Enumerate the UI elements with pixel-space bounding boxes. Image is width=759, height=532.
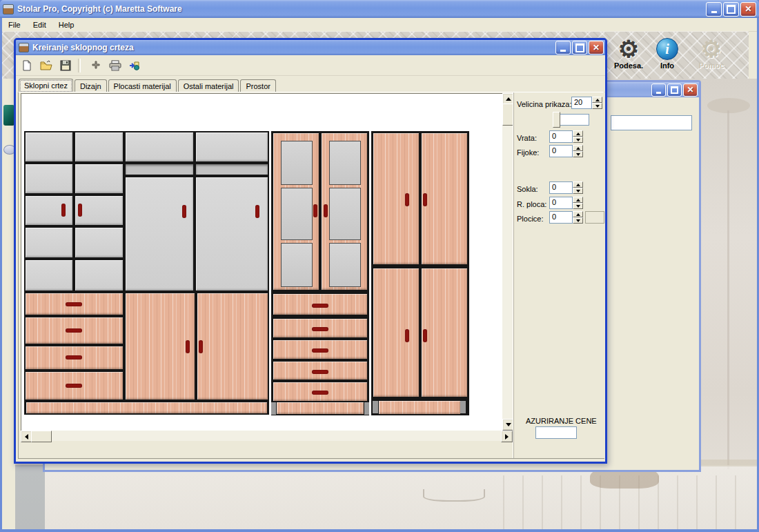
- wood-panel: [373, 133, 419, 264]
- fijoke-value[interactable]: 0: [549, 145, 573, 157]
- child-titlebar: Kreiranje sklopnog crteza ✕: [16, 40, 605, 55]
- vrata-value[interactable]: 0: [549, 130, 573, 143]
- exit-button[interactable]: [126, 58, 143, 73]
- sokla-value[interactable]: 0: [549, 181, 573, 194]
- open-button[interactable]: [38, 58, 55, 73]
- maximize-button[interactable]: [667, 83, 682, 97]
- exit-icon: [128, 60, 141, 71]
- close-button[interactable]: ✕: [740, 2, 756, 17]
- tab-prostor[interactable]: Prostor: [240, 79, 275, 92]
- drawer-handle: [312, 327, 328, 331]
- door-handle: [313, 204, 317, 217]
- plocice-spinner[interactable]: [573, 211, 583, 224]
- tab-ostali-materijal[interactable]: Ostali materijal: [178, 79, 239, 92]
- gear-icon: ⚙: [618, 37, 639, 61]
- minimize-icon: [560, 50, 566, 52]
- display-size-spinner[interactable]: [592, 97, 602, 109]
- podesa-label: Podesa.: [609, 61, 648, 70]
- wood-panel: [422, 268, 467, 397]
- save-button[interactable]: [57, 58, 74, 73]
- info-button[interactable]: i Info: [648, 37, 687, 70]
- main-titlebar: Stolar Pro, Copyright (c) Maretta Softwa…: [0, 0, 759, 18]
- wood-panel: [277, 402, 364, 414]
- menu-edit[interactable]: Edit: [27, 19, 52, 31]
- vertical-scrollbar[interactable]: [502, 93, 513, 431]
- glass-pane: [281, 243, 313, 287]
- sokla-spinner[interactable]: [573, 181, 583, 194]
- pomoc-button: ⚙ Pomoc: [692, 37, 731, 70]
- gray-door-panel: [75, 164, 123, 193]
- minimize-button[interactable]: [651, 83, 666, 97]
- save-icon: [60, 60, 71, 71]
- wood-panel: [197, 293, 268, 400]
- gray-door-panel: [75, 228, 123, 257]
- horizontal-scroll-thumb[interactable]: [31, 431, 52, 442]
- pomoc-label: Pomoc: [692, 61, 731, 70]
- glass-pane: [329, 141, 361, 185]
- close-button[interactable]: ✕: [683, 83, 698, 97]
- door-handle: [423, 193, 427, 206]
- app-icon: [3, 4, 14, 14]
- door-handle: [199, 340, 203, 353]
- vrata-label: Vrata:: [517, 134, 537, 142]
- slider-handle[interactable]: [553, 112, 560, 128]
- print-button[interactable]: [107, 58, 124, 73]
- plocice-value[interactable]: 0: [549, 211, 573, 224]
- close-button[interactable]: ✕: [589, 41, 604, 55]
- tab-content: Velicina prikaza: 20 Vrata: 0 Fijoke: 0 …: [18, 92, 604, 459]
- gray-door-panel: [26, 132, 72, 161]
- drawer-handle: [312, 370, 328, 374]
- minimize-button[interactable]: [706, 2, 722, 17]
- arrow-up-icon: [506, 97, 511, 101]
- r-ploca-label: R. ploca:: [517, 200, 546, 208]
- wood-panel: [373, 268, 419, 397]
- scroll-right-button[interactable]: [501, 431, 513, 442]
- main-client-area: File Edit Help ⚙ Podesa. i Info ⚙ Pomoc: [2, 18, 757, 529]
- child-toolbar: [16, 55, 605, 76]
- close-icon: ✕: [745, 5, 751, 13]
- horizontal-scrollbar[interactable]: [21, 431, 513, 441]
- gray-door-panel: [26, 260, 72, 290]
- drawer-handle: [66, 328, 82, 333]
- podesa-button[interactable]: ⚙ Podesa.: [609, 37, 648, 70]
- lamp-stem-shape: [727, 110, 729, 469]
- plinth-foot: [460, 401, 466, 413]
- tab-sklopni-crtez[interactable]: Sklopni crtez: [19, 79, 73, 93]
- background-window-field[interactable]: [611, 115, 692, 130]
- drawer-pull-shape: [423, 489, 485, 502]
- gray-door-panel: [75, 132, 123, 161]
- tab-strip: Sklopni crtez Dizajn Plocasti materijal …: [16, 76, 605, 92]
- menu-help[interactable]: Help: [52, 19, 81, 31]
- minimize-button[interactable]: [555, 41, 571, 55]
- close-icon: ✕: [593, 43, 600, 52]
- door-handle: [186, 340, 190, 353]
- vrata-spinner[interactable]: [573, 130, 583, 143]
- fijoke-label: Fijoke:: [517, 148, 539, 157]
- drawer-handle: [66, 302, 82, 306]
- assembly-drawing: [24, 131, 471, 415]
- move-button[interactable]: [88, 58, 104, 73]
- door-handle: [324, 204, 328, 217]
- close-icon: ✕: [687, 86, 693, 94]
- move-icon: [91, 61, 101, 70]
- r-ploca-value[interactable]: 0: [549, 197, 573, 209]
- r-ploca-spinner[interactable]: [573, 197, 583, 209]
- glass-pane: [281, 188, 313, 240]
- wood-panel: [126, 293, 195, 400]
- menu-file[interactable]: File: [2, 19, 27, 31]
- drawing-canvas[interactable]: [21, 93, 504, 432]
- update-prices-input[interactable]: [535, 426, 577, 439]
- new-button[interactable]: [19, 58, 35, 73]
- zoom-slider[interactable]: [553, 114, 589, 126]
- tab-dizajn[interactable]: Dizajn: [75, 79, 107, 92]
- parameter-panel: Velicina prikaza: 20 Vrata: 0 Fijoke: 0 …: [513, 92, 604, 458]
- maximize-button[interactable]: [572, 41, 587, 55]
- gray-door-panel: [26, 228, 72, 257]
- display-size-value[interactable]: 20: [571, 97, 592, 109]
- maximize-icon: [575, 43, 584, 52]
- fijoke-spinner[interactable]: [573, 145, 583, 157]
- toolbar-separator: [78, 59, 81, 72]
- tab-plocasti-materijal[interactable]: Plocasti materijal: [108, 79, 177, 92]
- maximize-button[interactable]: [723, 2, 739, 17]
- update-prices-label: AZURIRANJE CENE: [526, 417, 597, 425]
